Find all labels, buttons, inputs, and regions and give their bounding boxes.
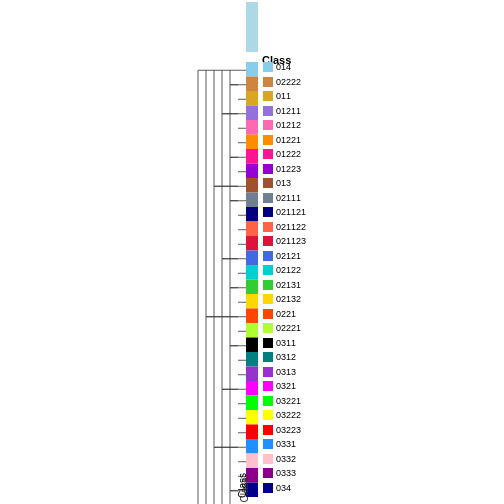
legend-item-label: 0313: [276, 367, 296, 377]
legend-item-label: 02222: [276, 77, 301, 87]
legend-item-label: 0311: [276, 338, 296, 348]
legend-item-label: 0332: [276, 454, 296, 464]
legend-item-label: 01223: [276, 164, 301, 174]
legend-item-label: 02132: [276, 294, 301, 304]
legend-color-swatch: [263, 352, 273, 362]
legend-color-swatch: [263, 207, 273, 217]
legend-item: 021121: [263, 207, 306, 217]
legend-item-label: 03221: [276, 396, 301, 406]
legend-item-label: 02131: [276, 280, 301, 290]
legend-item-label: 02122: [276, 265, 301, 275]
legend-item-label: 01221: [276, 135, 301, 145]
legend-item: 01212: [263, 120, 301, 130]
legend-item: 0332: [263, 454, 296, 464]
legend-color-swatch: [263, 222, 273, 232]
legend-item: 0311: [263, 338, 296, 348]
legend-color-swatch: [263, 396, 273, 406]
legend-item-label: 021122: [276, 222, 306, 232]
legend-item: 0312: [263, 352, 296, 362]
legend-item: 01221: [263, 135, 301, 145]
legend-color-swatch: [263, 454, 273, 464]
legend-color-swatch: [263, 164, 273, 174]
legend-item: 03223: [263, 425, 301, 435]
legend-item-label: 01211: [276, 106, 301, 116]
axis-label: Class: [237, 473, 248, 498]
legend-color-swatch: [263, 193, 273, 203]
legend-item-label: 0221: [276, 309, 296, 319]
legend-item-label: 02121: [276, 251, 301, 261]
legend-color-swatch: [263, 483, 273, 493]
legend-item: 02111: [263, 193, 301, 203]
legend-item: 0221: [263, 309, 296, 319]
legend-color-swatch: [263, 425, 273, 435]
legend-color-swatch: [263, 77, 273, 87]
legend-item: 0321: [263, 381, 296, 391]
legend-item: 02122: [263, 265, 301, 275]
legend-item-label: 02111: [276, 193, 301, 203]
legend-item: 034: [263, 483, 291, 493]
legend-item-label: 021121: [276, 207, 306, 217]
legend-item: 01223: [263, 164, 301, 174]
legend-color-swatch: [263, 91, 273, 101]
legend-color-swatch: [263, 251, 273, 261]
legend-item: 01211: [263, 106, 301, 116]
legend-item: 02121: [263, 251, 301, 261]
legend-item: 021122: [263, 222, 306, 232]
legend-color-swatch: [263, 280, 273, 290]
legend-item: 02132: [263, 294, 301, 304]
legend-item-label: 01222: [276, 149, 301, 159]
legend-item-label: 0312: [276, 352, 296, 362]
legend-color-swatch: [263, 367, 273, 377]
legend-color-swatch: [263, 309, 273, 319]
legend-item-label: 011: [276, 91, 291, 101]
legend-color-swatch: [263, 106, 273, 116]
legend-item-label: 013: [276, 178, 291, 188]
legend-item: 013: [263, 178, 291, 188]
legend-item-label: 03223: [276, 425, 301, 435]
legend-color-swatch: [263, 62, 273, 72]
legend-item: 0333: [263, 468, 296, 478]
legend-item: 0313: [263, 367, 296, 377]
legend-item-label: 02221: [276, 323, 301, 333]
legend-color-swatch: [263, 323, 273, 333]
legend-item: 014: [263, 62, 291, 72]
chart-canvas: [0, 0, 504, 504]
legend-item: 03221: [263, 396, 301, 406]
legend-item: 03222: [263, 410, 301, 420]
legend-color-swatch: [263, 120, 273, 130]
legend-color-swatch: [263, 468, 273, 478]
legend-item: 02131: [263, 280, 301, 290]
legend-color-swatch: [263, 178, 273, 188]
legend-color-swatch: [263, 439, 273, 449]
legend-color-swatch: [263, 294, 273, 304]
legend-item-label: 0321: [276, 381, 296, 391]
main-container: Class Class 0140222201101211012120122101…: [0, 0, 504, 504]
legend-item-label: 0331: [276, 439, 296, 449]
legend-color-swatch: [263, 265, 273, 275]
legend-item: 02222: [263, 77, 301, 87]
legend-color-swatch: [263, 381, 273, 391]
legend-item: 021123: [263, 236, 306, 246]
legend-item-label: 0333: [276, 468, 296, 478]
legend-color-swatch: [263, 410, 273, 420]
legend-item: 011: [263, 91, 291, 101]
legend-color-swatch: [263, 236, 273, 246]
legend-item-label: 01212: [276, 120, 301, 130]
legend-item: 0331: [263, 439, 296, 449]
legend-item-label: 021123: [276, 236, 306, 246]
legend-item-label: 03222: [276, 410, 301, 420]
legend-item-label: 014: [276, 62, 291, 72]
legend-color-swatch: [263, 338, 273, 348]
legend-color-swatch: [263, 149, 273, 159]
legend-item-label: 034: [276, 483, 291, 493]
legend-item: 01222: [263, 149, 301, 159]
legend-item: 02221: [263, 323, 301, 333]
legend-color-swatch: [263, 135, 273, 145]
